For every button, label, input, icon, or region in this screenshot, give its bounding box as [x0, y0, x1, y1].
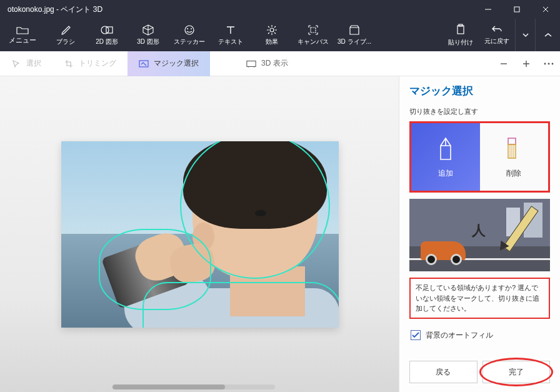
- tool-2d-shapes[interactable]: 2D 図形: [86, 19, 128, 51]
- tool-3d-library[interactable]: 3D ライブ...: [334, 19, 375, 51]
- crop-tool[interactable]: トリミング: [52, 51, 128, 76]
- close-icon: [542, 6, 549, 13]
- svg-rect-8: [458, 26, 464, 34]
- autofill-checkbox[interactable]: 背景のオートフィル: [409, 328, 550, 343]
- svg-rect-15: [508, 138, 516, 144]
- zoom-out-button[interactable]: [492, 51, 515, 76]
- maximize-button[interactable]: [502, 0, 531, 19]
- text-icon: [224, 24, 238, 36]
- shapes-3d-icon: [141, 24, 155, 36]
- view-3d-button[interactable]: 3D 表示: [235, 51, 299, 76]
- minimize-button[interactable]: [474, 0, 502, 19]
- menu-button[interactable]: メニュー: [0, 19, 45, 51]
- photo-content: [61, 141, 339, 328]
- svg-point-12: [544, 63, 546, 64]
- svg-point-5: [191, 28, 192, 29]
- horizontal-scrollbar[interactable]: [112, 384, 275, 389]
- history-dropdown[interactable]: [515, 19, 535, 51]
- select-tool[interactable]: 選択: [0, 51, 52, 76]
- svg-point-6: [270, 28, 274, 32]
- sticker-icon: [182, 24, 196, 36]
- section-label: 切り抜きを設定し直す: [409, 107, 550, 116]
- paste-icon: [455, 24, 466, 36]
- tool-brushes[interactable]: ブラシ: [45, 19, 86, 51]
- svg-point-14: [552, 63, 554, 64]
- svg-point-1: [101, 26, 109, 34]
- svg-point-13: [548, 63, 550, 64]
- menu-label: メニュー: [9, 36, 36, 45]
- done-highlight-ring: [479, 358, 554, 386]
- eraser-icon: [503, 136, 524, 162]
- tool-effects[interactable]: 効果: [251, 19, 292, 51]
- crop-icon: [64, 59, 74, 69]
- maximize-icon: [514, 6, 520, 13]
- brush-icon: [59, 24, 72, 36]
- done-button[interactable]: 完了: [482, 361, 551, 383]
- view-3d-icon: [246, 59, 256, 69]
- magic-select-panel: マジック選択 切り抜きを設定し直す 追加 削除: [399, 76, 560, 392]
- minus-icon: [499, 59, 508, 68]
- caret-down-icon: [522, 33, 529, 37]
- paste-button[interactable]: 貼り付け: [442, 19, 479, 51]
- mode-row-highlight: 追加 削除: [409, 121, 550, 193]
- remove-mode-button[interactable]: 削除: [480, 123, 549, 191]
- close-button[interactable]: [531, 0, 560, 19]
- ellipsis-icon: [544, 63, 554, 65]
- more-button[interactable]: [538, 51, 560, 76]
- window-title: otokonoko.jpg - ペイント 3D: [8, 4, 102, 15]
- panel-title: マジック選択: [409, 84, 550, 98]
- magic-select-icon: [139, 59, 149, 69]
- plus-icon: [522, 59, 531, 68]
- shapes-2d-icon: [100, 24, 114, 36]
- autofill-label: 背景のオートフィル: [426, 330, 493, 341]
- scrollbar-thumb[interactable]: [112, 384, 225, 389]
- folder-icon: [16, 26, 29, 34]
- tutorial-preview: 人: [409, 199, 550, 271]
- zoom-in-button[interactable]: [515, 51, 538, 76]
- svg-point-4: [187, 28, 188, 29]
- library-icon: [348, 24, 361, 36]
- undo-button[interactable]: 元に戻す: [479, 19, 515, 51]
- svg-point-3: [185, 26, 194, 34]
- checkbox-checked-icon: [411, 330, 421, 340]
- tool-canvas[interactable]: キャンバス: [292, 19, 334, 51]
- minimize-icon: [485, 6, 491, 13]
- svg-rect-10: [139, 61, 148, 67]
- effects-icon: [265, 24, 279, 36]
- chevron-up-icon: [544, 33, 552, 38]
- tool-text[interactable]: テキスト: [210, 19, 251, 51]
- canvas-icon: [306, 24, 320, 36]
- svg-rect-0: [514, 7, 519, 12]
- cursor-icon: [11, 59, 21, 69]
- hint-text: 不足している領域がありますか? 選んでいない領域をマークして、切り抜きに追加して…: [409, 278, 550, 319]
- pencil-add-icon: [435, 136, 456, 162]
- magic-select-tool[interactable]: マジック選択: [128, 51, 210, 76]
- svg-rect-2: [106, 27, 112, 33]
- undo-icon: [491, 25, 502, 35]
- expand-panel-button[interactable]: [535, 19, 560, 51]
- canvas-image[interactable]: [61, 141, 339, 328]
- tool-stickers[interactable]: ステッカー: [169, 19, 210, 51]
- tool-3d-shapes[interactable]: 3D 図形: [128, 19, 169, 51]
- canvas-viewport[interactable]: [0, 76, 399, 392]
- svg-rect-7: [311, 28, 316, 33]
- back-button[interactable]: 戻る: [409, 361, 478, 383]
- svg-rect-11: [247, 61, 256, 66]
- add-mode-button[interactable]: 追加: [411, 123, 480, 191]
